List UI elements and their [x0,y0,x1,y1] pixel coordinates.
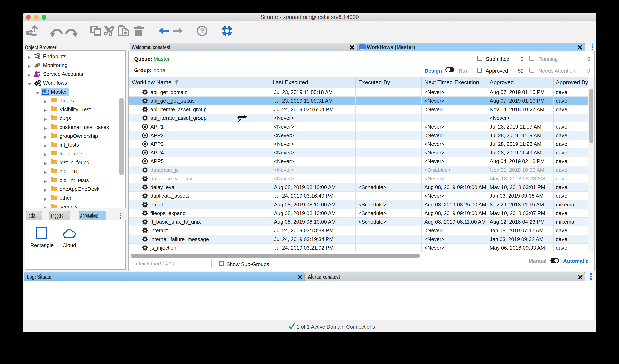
svg-text:A: A [143,150,146,155]
svg-text:A: A [143,159,146,164]
svg-text:?: ? [200,27,204,34]
svg-text:A: A [143,133,146,138]
svg-text:A: A [143,125,146,129]
svg-text:A: A [143,142,146,146]
